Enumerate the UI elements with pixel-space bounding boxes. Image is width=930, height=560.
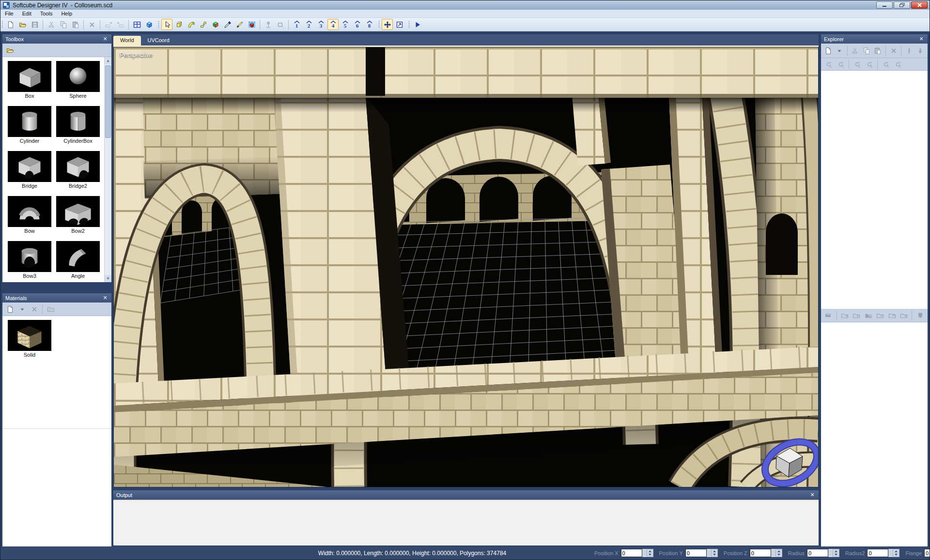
flange-input[interactable] xyxy=(924,549,930,557)
library-list[interactable] xyxy=(821,322,928,548)
toolbox-item-cylinder[interactable]: Cylinder xyxy=(6,106,53,144)
segments-5-button[interactable]: 5 xyxy=(340,19,351,30)
run-button[interactable] xyxy=(412,19,423,30)
tab-uvcoord[interactable]: UVCoord xyxy=(141,36,176,45)
move-node-down-button[interactable] xyxy=(915,45,926,56)
spin-down-icon[interactable] xyxy=(712,553,717,557)
spin-up-icon[interactable] xyxy=(712,549,717,553)
title-bar[interactable]: Softcube Designer IV - Colloseum.scd xyxy=(0,0,930,10)
next-selection-button[interactable] xyxy=(115,19,126,30)
3d-view-button[interactable] xyxy=(143,19,155,30)
copy-button[interactable] xyxy=(58,19,69,30)
toolbox-item-bow[interactable]: Bow xyxy=(6,196,53,234)
folder-move-up-button[interactable] xyxy=(886,310,898,321)
grid-view-button[interactable] xyxy=(131,19,142,30)
toolbox-item-bow3[interactable]: Bow3 xyxy=(6,241,53,279)
toolbox-item-cylinderbox[interactable]: CylinderBox xyxy=(55,106,101,144)
render-scene[interactable] xyxy=(114,47,818,487)
new-node-dropdown-button[interactable] xyxy=(834,45,844,56)
rotate-y-plus-button[interactable]: y xyxy=(864,59,875,70)
menu-edit[interactable]: Edit xyxy=(18,10,36,17)
folder-move-down-button[interactable] xyxy=(899,310,910,321)
transform-tool-button[interactable] xyxy=(263,19,274,30)
spin-up-icon[interactable] xyxy=(647,549,653,553)
spin-down-icon[interactable] xyxy=(833,553,839,557)
delete-button[interactable] xyxy=(86,19,97,30)
segments-1-button[interactable]: 1 xyxy=(291,19,302,30)
viewport-3d[interactable]: Perspective xyxy=(113,47,819,487)
scroll-up-icon[interactable]: ▲ xyxy=(105,57,111,64)
materials-close-icon[interactable]: ✕ xyxy=(102,295,108,301)
bounds-tool-button[interactable] xyxy=(275,19,286,30)
paint-tool-button[interactable] xyxy=(234,19,245,30)
cut-button[interactable] xyxy=(46,19,57,30)
toolbox-item-bridge[interactable]: Bridge xyxy=(6,151,53,189)
segments-4-button[interactable]: 4 xyxy=(327,19,339,30)
folder-export-button[interactable] xyxy=(839,310,850,321)
radius2-input[interactable] xyxy=(867,549,888,557)
save-button[interactable] xyxy=(29,19,40,30)
material-cube-tool-button[interactable] xyxy=(210,19,221,30)
spin-down-icon[interactable] xyxy=(893,553,899,557)
delete-node-button[interactable] xyxy=(888,45,899,56)
s-shape-tool-button[interactable] xyxy=(198,19,209,30)
spinner-grip[interactable] xyxy=(707,549,712,557)
rotate-z-plus-button[interactable]: z xyxy=(892,59,903,70)
scrollbar-thumb[interactable] xyxy=(105,65,111,138)
toolbox-scrollbar[interactable]: ▲ ▼ xyxy=(104,57,111,282)
new-button[interactable] xyxy=(5,19,16,30)
segments-2-button[interactable]: 2 xyxy=(303,19,314,30)
minimize-button[interactable] xyxy=(876,1,893,9)
folder-import-button[interactable] xyxy=(851,310,862,321)
pan-view-button[interactable] xyxy=(382,19,393,30)
toolbox-close-icon[interactable]: ✕ xyxy=(102,36,108,42)
radius-input[interactable] xyxy=(807,549,828,557)
move-node-up-button[interactable] xyxy=(904,45,914,56)
paste-button[interactable] xyxy=(70,19,81,30)
scroll-down-icon[interactable]: ▼ xyxy=(105,275,111,282)
menu-help[interactable]: Help xyxy=(57,10,77,17)
spin-up-icon[interactable] xyxy=(893,549,899,553)
rotate-y-minus-button[interactable]: y xyxy=(852,59,863,70)
tab-world[interactable]: World xyxy=(113,36,141,45)
spinner-grip[interactable] xyxy=(642,549,647,557)
menu-tools[interactable]: Tools xyxy=(36,10,57,17)
spin-down-icon[interactable] xyxy=(776,553,782,557)
toolbox-item-bridge2[interactable]: Bridge2 xyxy=(55,151,101,189)
segments-8-button[interactable]: 8 xyxy=(364,19,375,30)
spinner-grip[interactable] xyxy=(888,549,893,557)
spinner-grip[interactable] xyxy=(828,549,833,557)
folder-stack-button[interactable] xyxy=(823,310,834,321)
segments-6-button[interactable]: 6 xyxy=(352,19,363,30)
paste-node-button[interactable] xyxy=(873,45,883,56)
spin-down-icon[interactable] xyxy=(647,553,653,557)
folder-save-button[interactable] xyxy=(863,310,874,321)
toolbox-item-box[interactable]: Box xyxy=(6,61,53,99)
position-z-input[interactable] xyxy=(750,549,771,557)
explorer-tree[interactable] xyxy=(821,71,928,309)
rotate-z-minus-button[interactable]: z xyxy=(880,59,891,70)
eyedropper-tool-button[interactable] xyxy=(222,19,233,30)
rotate-x-minus-button[interactable]: x xyxy=(823,59,834,70)
cut-node-button[interactable] xyxy=(850,45,860,56)
load-toolbox-button[interactable] xyxy=(4,45,16,56)
copy-node-button[interactable] xyxy=(861,45,871,56)
folder-move-right-button[interactable] xyxy=(875,310,886,321)
toolbox-item-bow2[interactable]: Bow2 xyxy=(55,196,101,234)
explorer-close-icon[interactable]: ✕ xyxy=(918,36,925,42)
box-tool-button[interactable] xyxy=(173,19,185,30)
fit-view-button[interactable] xyxy=(394,19,405,30)
new-material-dropdown-button[interactable] xyxy=(16,303,28,315)
texture-cube-tool-button[interactable] xyxy=(246,19,257,30)
spin-up-icon[interactable] xyxy=(833,549,839,553)
delete-material-button[interactable] xyxy=(29,303,40,315)
spinner-grip[interactable] xyxy=(771,549,776,557)
toolbox-item-angle[interactable]: Angle xyxy=(55,241,101,279)
restore-button[interactable] xyxy=(894,1,910,9)
open-button[interactable] xyxy=(17,19,28,30)
prev-selection-button[interactable] xyxy=(103,19,114,30)
material-item-solid[interactable]: Solid xyxy=(6,320,53,358)
bow-tool-button[interactable] xyxy=(186,19,197,30)
new-material-button[interactable] xyxy=(4,303,16,315)
new-node-button[interactable] xyxy=(823,45,833,56)
